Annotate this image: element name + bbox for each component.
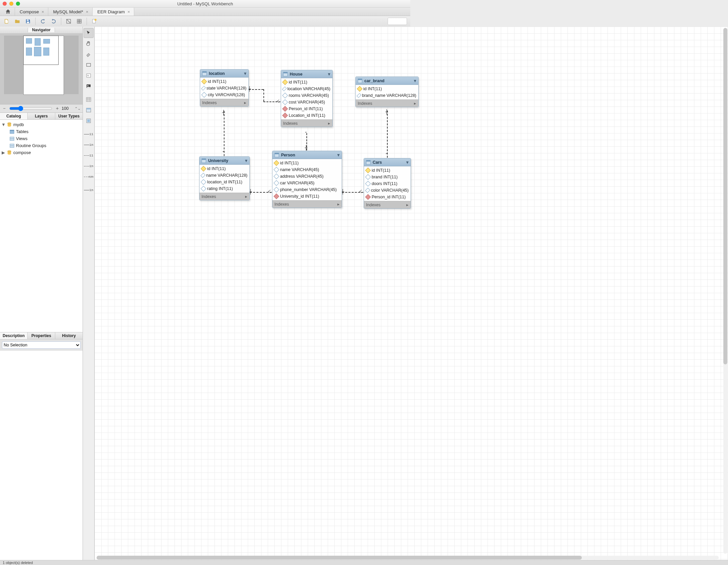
new-table-tool[interactable] [84, 95, 94, 105]
collapse-icon[interactable]: ▾ [328, 72, 330, 77]
entity-car-brand[interactable]: car_brand▾id INT(11)brand_name VARCHAR(1… [355, 77, 410, 107]
toolbar-search-input[interactable] [388, 18, 407, 25]
entity-column[interactable]: id INT(11) [364, 167, 410, 174]
new-view-tool[interactable] [84, 105, 94, 115]
expand-icon[interactable]: ▸ [406, 202, 409, 207]
tab-user-types[interactable]: User Types [55, 113, 83, 120]
entity-indexes-bar[interactable]: Indexes▸ [272, 200, 342, 208]
entity-column[interactable]: name VARCHAR(128) [199, 172, 249, 179]
entity-column[interactable]: brand_name VARCHAR(128) [356, 92, 410, 99]
hand-tool[interactable] [84, 39, 94, 49]
entity-indexes-bar[interactable]: Indexes▸ [200, 99, 248, 106]
entity-column[interactable]: address VARCHAR(45) [272, 173, 342, 180]
entity-column[interactable]: city VARCHAR(128) [200, 92, 248, 98]
expand-icon[interactable]: ▸ [244, 100, 246, 105]
zoom-in-button[interactable]: ＋ [55, 106, 60, 112]
entity-location[interactable]: location▾id INT(11)state VARCHAR(128)cit… [200, 69, 249, 107]
entity-indexes-bar[interactable]: Indexes▸ [356, 100, 410, 107]
entity-header[interactable]: location▾ [200, 70, 248, 78]
image-tool[interactable] [84, 81, 94, 91]
entity-indexes-bar[interactable]: Indexes▸ [281, 120, 332, 127]
entity-house[interactable]: House▾id INT(11)location VARCHAR(45)room… [281, 70, 333, 127]
rel-existing-tool[interactable]: 1:n [84, 185, 94, 195]
rel-n-m-tool[interactable]: n:m [84, 172, 94, 182]
entity-column[interactable]: location VARCHAR(45) [281, 86, 332, 92]
note-tool[interactable]: N [84, 71, 94, 81]
open-file-button[interactable] [13, 17, 22, 26]
entity-column[interactable]: id INT(11) [199, 165, 249, 172]
collapse-icon[interactable]: ▾ [337, 152, 340, 157]
entity-header[interactable]: car_brand▾ [356, 77, 410, 85]
collapse-icon[interactable]: ▾ [406, 160, 409, 165]
entity-column[interactable]: Person_id INT(11) [281, 106, 332, 112]
save-button[interactable] [23, 17, 33, 26]
eraser-tool[interactable] [84, 49, 94, 59]
new-model-button[interactable] [90, 17, 99, 26]
collapse-icon[interactable]: ▾ [245, 158, 247, 163]
entity-column[interactable]: color VARCHAR(45) [364, 187, 410, 194]
undo-button[interactable] [38, 17, 48, 26]
entity-column[interactable]: rating INT(11) [199, 185, 249, 192]
panel-navigator-tab[interactable]: Navigator [28, 28, 55, 32]
tree-db-mydb[interactable]: ▼ mydb [1, 121, 82, 128]
rel-1-1-id-tool[interactable]: 1:1 [84, 150, 94, 160]
zoom-slider[interactable] [9, 106, 52, 111]
expand-icon[interactable]: ▸ [245, 194, 247, 199]
entity-header[interactable]: University▾ [199, 157, 249, 165]
entity-indexes-bar[interactable]: Indexes▸ [364, 201, 410, 208]
entity-cars[interactable]: Cars▾id INT(11)brand INT(11)doors INT(11… [364, 158, 410, 209]
entity-column[interactable]: id INT(11) [272, 160, 342, 166]
align-grid-button[interactable] [75, 17, 84, 26]
tree-tables[interactable]: Tables [1, 128, 82, 135]
expand-icon[interactable]: ▸ [328, 121, 330, 126]
rel-1-n-tool[interactable]: 1:n [84, 140, 94, 150]
entity-column[interactable]: rooms VARCHAR(45) [281, 92, 332, 99]
rel-1-1-tool[interactable]: 1:1 [84, 129, 94, 139]
close-icon[interactable]: × [128, 10, 130, 14]
select-tool[interactable] [84, 28, 94, 38]
entity-column[interactable]: doors INT(11) [364, 180, 410, 187]
zoom-out-button[interactable]: － [2, 106, 7, 112]
collapse-icon[interactable]: ▾ [244, 71, 246, 76]
zoom-stepper[interactable]: ⌃⌄ [75, 107, 81, 111]
new-file-button[interactable] [2, 17, 11, 26]
close-icon[interactable]: × [42, 10, 44, 14]
entity-column[interactable]: state VARCHAR(128) [200, 85, 248, 92]
toggle-grid-button[interactable] [64, 17, 73, 26]
expand-icon[interactable]: ▸ [337, 202, 340, 207]
window-close-button[interactable] [3, 2, 7, 6]
tab-compose[interactable]: Compose × [15, 8, 48, 16]
tree-routines[interactable]: Routine Groups [1, 142, 82, 149]
window-maximize-button[interactable] [16, 2, 20, 6]
entity-header[interactable]: Person▾ [272, 151, 342, 159]
tree-db-compose[interactable]: ▶ compose [1, 149, 82, 156]
entity-column[interactable]: University_id INT(11) [272, 193, 342, 200]
diagram-canvas[interactable]: ┼ ˄ ┼ ⧼ ˅ ┼ ┼ ˄ ┼ ⧼ ┼ ⧼ location▾id INT(… [95, 27, 410, 318]
new-routine-tool[interactable] [84, 116, 94, 126]
entity-header[interactable]: House▾ [281, 70, 332, 78]
rel-carbrand-cars[interactable] [387, 111, 388, 158]
tree-views[interactable]: Views [1, 135, 82, 142]
navigator-minimap[interactable] [0, 34, 83, 105]
layer-tool[interactable] [84, 60, 94, 70]
tab-mysql-model[interactable]: MySQL Model* × [48, 8, 93, 16]
entity-column[interactable]: brand INT(11) [364, 174, 410, 180]
rel-1-n-id-tool[interactable]: 1:n [84, 161, 94, 171]
entity-indexes-bar[interactable]: Indexes▸ [199, 193, 249, 200]
home-button[interactable] [1, 8, 15, 16]
entity-column[interactable]: cost VARCHAR(45) [281, 99, 332, 106]
rel-location-house-1[interactable] [249, 89, 263, 90]
entity-university[interactable]: University▾id INT(11)name VARCHAR(128)lo… [199, 156, 250, 200]
entity-column[interactable]: name VARCHAR(45) [272, 166, 342, 173]
entity-column[interactable]: location_id INT(11) [199, 179, 249, 185]
redo-button[interactable] [49, 17, 58, 26]
entity-column[interactable]: phone_number VARCHAR(45) [272, 186, 342, 193]
tab-layers[interactable]: Layers [28, 113, 55, 120]
entity-column[interactable]: id INT(11) [200, 78, 248, 85]
window-minimize-button[interactable] [9, 2, 13, 6]
entity-column[interactable]: id INT(11) [356, 86, 410, 92]
entity-column[interactable]: Location_id INT(11) [281, 112, 332, 119]
rel-location-house-2[interactable] [263, 89, 264, 102]
close-icon[interactable]: × [86, 10, 89, 14]
tab-eer-diagram[interactable]: EER Diagram × [93, 8, 134, 16]
